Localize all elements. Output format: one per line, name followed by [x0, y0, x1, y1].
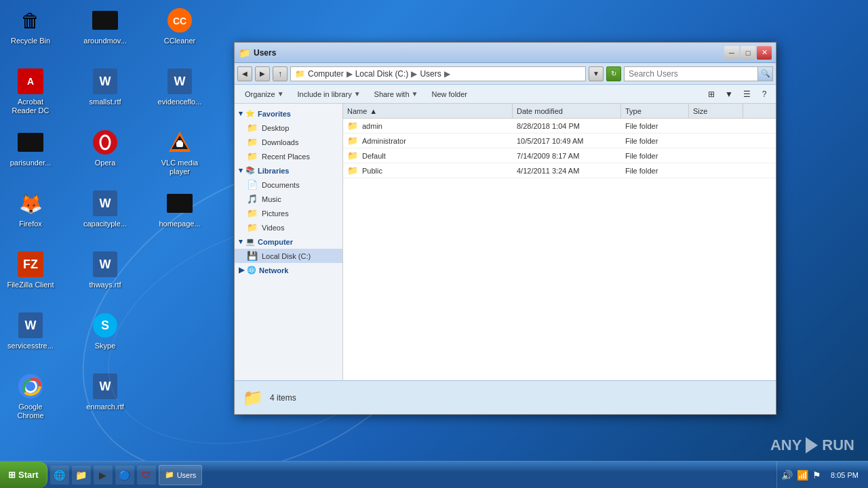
desktop-icon-servicesstre[interactable]: W servicesstre...	[3, 308, 58, 369]
details-pane-button[interactable]: ☰	[739, 87, 754, 102]
desktop-icon-enmarch[interactable]: W enmarch.rtf	[78, 369, 132, 430]
network-header[interactable]: ▶ 🌐 Network	[235, 263, 342, 277]
up-button[interactable]: ↑	[273, 66, 288, 81]
taskbar-center: 🌐 📁 ▶ 🔵 🛡 📁 Users	[47, 465, 776, 485]
desktop-icon-vlc[interactable]: VLC media player	[153, 125, 207, 186]
column-header-size[interactable]: Size	[689, 104, 743, 118]
nav-item-pictures[interactable]: 📁 Pictures	[235, 206, 342, 220]
file-row-administrator[interactable]: 📁 Administrator 10/5/2017 10:49 AM File …	[343, 134, 776, 148]
opera-label: Opera	[95, 159, 116, 167]
libraries-header[interactable]: ▾ 📚 Libraries	[235, 163, 342, 178]
column-header-date[interactable]: Date modified	[513, 104, 621, 118]
start-button[interactable]: ⊞ Start	[0, 462, 47, 488]
file-row-admin[interactable]: 📁 admin 8/28/2018 1:04 PM File folder	[343, 119, 776, 134]
search-input[interactable]	[625, 69, 757, 79]
computer-header[interactable]: ▾ 💻 Computer	[235, 235, 342, 249]
desktop-icon-aroundmov[interactable]: aroundmov...	[78, 3, 132, 64]
desktop-icon-acrobat[interactable]: A Acrobat Reader DC	[3, 64, 58, 125]
view-options-button[interactable]: ⊞	[704, 87, 719, 102]
desktop-icon-skype[interactable]: S Skype	[78, 308, 132, 369]
desktop-icon-opera[interactable]: Opera	[78, 125, 132, 186]
nav-item-downloads[interactable]: 📁 Downloads	[235, 135, 342, 149]
desktop-icon-firefox[interactable]: 🦊 Firefox	[3, 186, 58, 247]
taskbar-media-icon[interactable]: ▶	[94, 466, 113, 485]
favorites-header[interactable]: ▾ ⭐ Favorites	[235, 106, 342, 121]
recycle-bin-icon: 🗑	[17, 7, 44, 34]
desktop-icon-smallst[interactable]: W smallst.rtf	[78, 64, 132, 125]
nav-item-music[interactable]: 🎵 Music	[235, 192, 342, 206]
network-icon: 🌐	[247, 266, 256, 274]
file-row-public[interactable]: 📁 Public 4/12/2011 3:24 AM File folder	[343, 163, 776, 178]
taskbar-shield-icon[interactable]: 🛡	[137, 466, 156, 485]
desktop-icon-evidenceflo[interactable]: W evidenceflo...	[153, 64, 207, 125]
include-library-button[interactable]: Include in library ▼	[292, 87, 367, 102]
desktop-icon-thways[interactable]: W thways.rtf	[78, 247, 132, 308]
taskbar: ⊞ Start 🌐 📁 ▶ 🔵 🛡 📁 Users 🔊 📶 ⚑ 8:05 PM	[0, 461, 868, 488]
anyrun-suffix: RUN	[822, 436, 854, 454]
organize-button[interactable]: Organize ▼	[239, 87, 290, 102]
desktop-icon-chrome[interactable]: Google Chrome	[3, 369, 58, 430]
svg-rect-13	[180, 140, 182, 143]
address-bar: ◀ ▶ ↑ 📁 Computer ▶ Local Disk (C:) ▶ Use…	[235, 63, 776, 85]
file-date-administrator: 10/5/2017 10:49 AM	[513, 134, 621, 148]
taskbar-chrome-icon[interactable]: 🔵	[115, 466, 134, 485]
opera-icon	[92, 129, 119, 156]
computer-icon: 💻	[245, 237, 255, 246]
column-header-type[interactable]: Type	[621, 104, 689, 118]
file-date-default: 7/14/2009 8:17 AM	[513, 148, 621, 163]
file-size-admin	[689, 119, 743, 133]
public-folder-icon: 📁	[347, 165, 358, 176]
desktop-icon-ccleaner[interactable]: CC CCleaner	[153, 3, 207, 64]
taskbar-tray: 🔊 📶 ⚑ 8:05 PM	[776, 462, 868, 488]
path-drive-label: Local Disk (C:)	[355, 69, 409, 79]
enmarch-icon: W	[92, 373, 119, 400]
computer-chevron-icon: ▾	[239, 237, 243, 246]
help-button[interactable]: ?	[757, 87, 772, 102]
taskbar-users-window-button[interactable]: 📁 Users	[159, 465, 203, 485]
volume-icon[interactable]: 🔊	[781, 470, 793, 481]
nav-item-recent-places[interactable]: 📁 Recent Places	[235, 149, 342, 163]
smallst-icon: W	[92, 68, 119, 95]
recent-places-icon: 📁	[247, 151, 258, 161]
evidenceflo-icon: W	[166, 68, 193, 95]
desktop-icon-filezilla[interactable]: FZ FileZilla Client	[3, 247, 58, 308]
vlc-label: VLC media player	[156, 159, 203, 176]
new-folder-button[interactable]: New folder	[425, 87, 473, 102]
title-bar: 📁 Users ─ □ ✕	[235, 43, 776, 63]
forward-button[interactable]: ▶	[255, 66, 270, 81]
close-button[interactable]: ✕	[757, 46, 772, 60]
vlc-icon	[166, 129, 193, 156]
aroundmov-label: aroundmov...	[83, 37, 126, 45]
search-button[interactable]: 🔍	[757, 67, 772, 81]
path-folder-label: Users	[420, 69, 441, 79]
desktop-icon-homepage[interactable]: homepage...	[153, 186, 207, 247]
nav-item-desktop[interactable]: 📁 Desktop	[235, 121, 342, 135]
taskbar-ie-icon[interactable]: 🌐	[50, 466, 69, 485]
firefox-icon: 🦊	[17, 190, 44, 217]
nav-item-documents[interactable]: 📄 Documents	[235, 178, 342, 192]
title-buttons: ─ □ ✕	[724, 46, 772, 60]
action-center-icon[interactable]: ⚑	[812, 470, 821, 481]
ccleaner-label: CCleaner	[164, 37, 195, 45]
enmarch-label: enmarch.rtf	[86, 403, 124, 411]
minimize-button[interactable]: ─	[724, 46, 739, 60]
network-tray-icon[interactable]: 📶	[797, 470, 808, 481]
taskbar-explorer-icon[interactable]: 📁	[72, 466, 91, 485]
downloads-folder-icon: 📁	[247, 137, 258, 147]
address-dropdown-button[interactable]: ▼	[589, 66, 604, 81]
desktop-icon-recycle-bin[interactable]: 🗑 Recycle Bin	[3, 3, 58, 64]
desktop-icon-capacityple[interactable]: W capacityple...	[78, 186, 132, 247]
view-dropdown-button[interactable]: ▼	[722, 87, 736, 102]
file-name-admin: 📁 admin	[343, 119, 513, 133]
column-header-name[interactable]: Name ▲	[343, 104, 513, 118]
file-row-default[interactable]: 📁 Default 7/14/2009 8:17 AM File folder	[343, 148, 776, 163]
address-path[interactable]: 📁 Computer ▶ Local Disk (C:) ▶ Users ▶	[290, 66, 586, 81]
maximize-button[interactable]: □	[741, 46, 755, 60]
nav-item-local-disk[interactable]: 💾 Local Disk (C:)	[235, 249, 342, 263]
taskbar-time: 8:05 PM	[825, 471, 864, 479]
nav-item-videos[interactable]: 📁 Videos	[235, 220, 342, 235]
share-with-button[interactable]: Share with ▼	[368, 87, 425, 102]
back-button[interactable]: ◀	[237, 66, 252, 81]
refresh-button[interactable]: ↻	[606, 66, 621, 81]
desktop-icon-parisunder[interactable]: parisunder...	[3, 125, 58, 186]
